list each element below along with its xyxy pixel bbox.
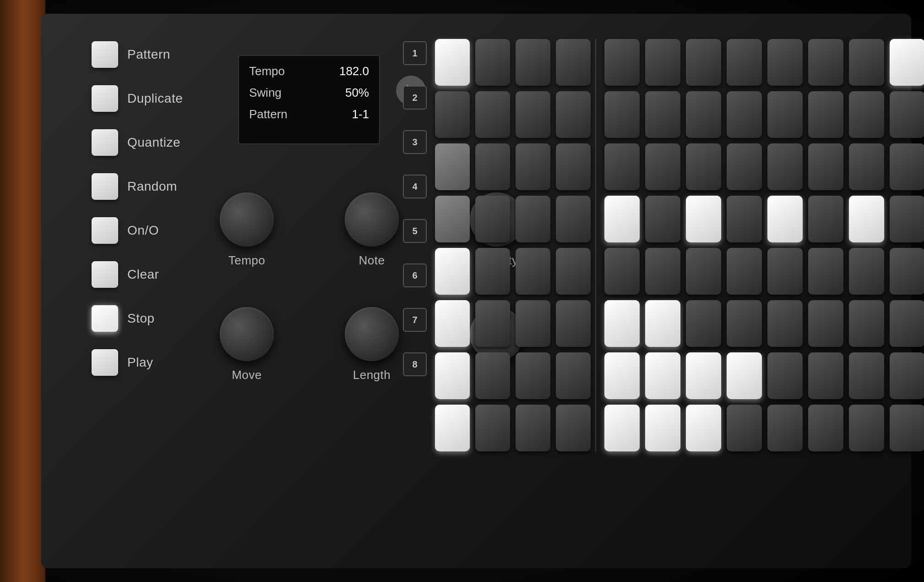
pad-right-17[interactable] [645, 143, 680, 190]
pad-left-22[interactable] [516, 300, 550, 347]
pad-right-26[interactable] [686, 196, 721, 242]
pad-left-2[interactable] [516, 39, 550, 86]
track-4-button[interactable]: 4 [403, 175, 427, 198]
pad-right-21[interactable] [808, 143, 843, 190]
pad-right-3[interactable] [727, 39, 762, 86]
pad-left-6[interactable] [516, 91, 550, 138]
pad-right-56[interactable] [604, 405, 640, 451]
pad-right-10[interactable] [686, 91, 721, 138]
pad-right-50[interactable] [686, 352, 721, 399]
pad-right-15[interactable] [890, 91, 924, 138]
pad-left-15[interactable] [556, 196, 591, 242]
pad-right-23[interactable] [890, 143, 924, 190]
pad-right-39[interactable] [890, 248, 924, 295]
pad-right-0[interactable] [604, 39, 640, 86]
pad-right-27[interactable] [727, 196, 762, 242]
pad-right-13[interactable] [808, 91, 843, 138]
pad-left-5[interactable] [475, 91, 510, 138]
pad-left-0[interactable] [435, 39, 470, 86]
pad-right-58[interactable] [686, 405, 721, 451]
pad-right-49[interactable] [645, 352, 680, 399]
pad-left-13[interactable] [475, 196, 510, 242]
pad-left-18[interactable] [516, 248, 550, 295]
pad-left-19[interactable] [556, 248, 591, 295]
track-2-button[interactable]: 2 [403, 86, 427, 110]
pad-left-31[interactable] [556, 405, 591, 451]
track-5-button[interactable]: 5 [403, 219, 427, 243]
pad-right-43[interactable] [727, 300, 762, 347]
pad-right-9[interactable] [645, 91, 680, 138]
pad-right-44[interactable] [767, 300, 803, 347]
pad-right-7[interactable] [890, 39, 924, 86]
pad-left-20[interactable] [435, 300, 470, 347]
pad-right-63[interactable] [890, 405, 924, 451]
pad-right-38[interactable] [849, 248, 884, 295]
pad-right-45[interactable] [808, 300, 843, 347]
pad-right-55[interactable] [890, 352, 924, 399]
pad-left-29[interactable] [475, 405, 510, 451]
pad-left-4[interactable] [435, 91, 470, 138]
pad-left-1[interactable] [475, 39, 510, 86]
pad-left-17[interactable] [475, 248, 510, 295]
pad-right-5[interactable] [808, 39, 843, 86]
pad-left-21[interactable] [475, 300, 510, 347]
track-3-button[interactable]: 3 [403, 130, 427, 154]
pad-right-48[interactable] [604, 352, 640, 399]
track-7-button[interactable]: 7 [403, 308, 427, 332]
clear-button[interactable] [92, 261, 118, 288]
pad-left-3[interactable] [556, 39, 591, 86]
pad-right-52[interactable] [767, 352, 803, 399]
pad-right-35[interactable] [727, 248, 762, 295]
pad-left-9[interactable] [475, 143, 510, 190]
pad-right-20[interactable] [767, 143, 803, 190]
pad-left-7[interactable] [556, 91, 591, 138]
pad-right-1[interactable] [645, 39, 680, 86]
pad-right-53[interactable] [808, 352, 843, 399]
pad-right-4[interactable] [767, 39, 803, 86]
quantize-button[interactable] [92, 129, 118, 156]
track-1-button[interactable]: 1 [403, 41, 427, 65]
pad-right-47[interactable] [890, 300, 924, 347]
pad-right-18[interactable] [686, 143, 721, 190]
pad-right-28[interactable] [767, 196, 803, 242]
pad-right-33[interactable] [645, 248, 680, 295]
pad-right-8[interactable] [604, 91, 640, 138]
pad-right-40[interactable] [604, 300, 640, 347]
pad-right-31[interactable] [890, 196, 924, 242]
pattern-button[interactable] [92, 41, 118, 68]
pad-right-6[interactable] [849, 39, 884, 86]
pad-right-51[interactable] [727, 352, 762, 399]
pad-right-42[interactable] [686, 300, 721, 347]
track-6-button[interactable]: 6 [403, 264, 427, 287]
pad-left-14[interactable] [516, 196, 550, 242]
onoff-button[interactable] [92, 217, 118, 244]
pad-left-25[interactable] [475, 352, 510, 399]
pad-right-11[interactable] [727, 91, 762, 138]
pad-left-11[interactable] [556, 143, 591, 190]
pad-right-62[interactable] [849, 405, 884, 451]
pad-right-60[interactable] [767, 405, 803, 451]
pad-right-46[interactable] [849, 300, 884, 347]
pad-left-30[interactable] [516, 405, 550, 451]
pad-right-34[interactable] [686, 248, 721, 295]
pad-right-24[interactable] [604, 196, 640, 242]
random-button[interactable] [92, 173, 118, 200]
pad-right-36[interactable] [767, 248, 803, 295]
pad-right-37[interactable] [808, 248, 843, 295]
pad-right-12[interactable] [767, 91, 803, 138]
pad-left-12[interactable] [435, 196, 470, 242]
pad-right-54[interactable] [849, 352, 884, 399]
pad-right-2[interactable] [686, 39, 721, 86]
pad-left-8[interactable] [435, 143, 470, 190]
play-button[interactable] [92, 349, 118, 376]
pad-right-14[interactable] [849, 91, 884, 138]
pad-right-61[interactable] [808, 405, 843, 451]
move-knob[interactable] [220, 307, 274, 361]
pad-left-23[interactable] [556, 300, 591, 347]
pad-right-30[interactable] [849, 196, 884, 242]
pad-right-16[interactable] [604, 143, 640, 190]
pad-left-26[interactable] [516, 352, 550, 399]
duplicate-button[interactable] [92, 85, 118, 112]
tempo-knob[interactable] [220, 192, 274, 247]
stop-button[interactable] [92, 305, 118, 332]
